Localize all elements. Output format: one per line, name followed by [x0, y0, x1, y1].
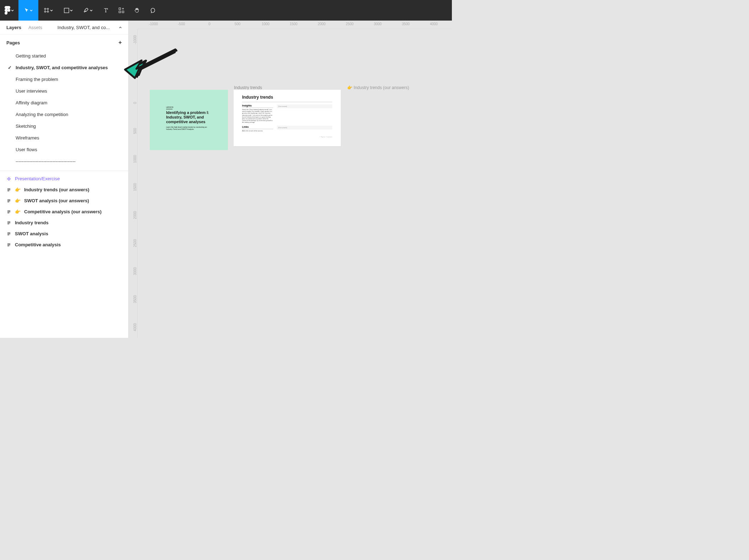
page-dropdown[interactable]: Industry, SWOT, and co...: [58, 25, 110, 30]
rectangle-tool-button[interactable]: [58, 0, 78, 21]
pointing-emoji: 👉: [15, 209, 21, 214]
links-text: Add a link to each of the sources: [242, 130, 273, 132]
layer-item-swot[interactable]: SWOT analysis: [0, 228, 128, 239]
check-icon: ✓: [6, 65, 13, 70]
comment-tool-button[interactable]: [145, 0, 160, 21]
frame-icon: [6, 232, 11, 236]
move-tool-button[interactable]: [18, 0, 38, 21]
chevron-down-icon: [90, 9, 93, 12]
hand-tool-button[interactable]: [129, 0, 145, 21]
toolbar: [0, 0, 452, 21]
insights-answer-box: [Your answer]: [277, 104, 332, 108]
layer-label: SWOT analysis: [15, 231, 48, 236]
page-item-getting-started[interactable]: Getting started: [0, 50, 128, 62]
layer-item-industry-trends[interactable]: Industry trends: [0, 217, 128, 228]
page-item-separator[interactable]: ---------------------------------------: [0, 155, 128, 167]
slide-subtitle: Learn the high-level market trends by co…: [166, 126, 214, 131]
layer-label: Competitive analysis: [15, 242, 61, 247]
layer-item-competitive[interactable]: Competitive analysis: [0, 239, 128, 250]
page-item-industry-swot[interactable]: ✓Industry, SWOT, and competitive analyse…: [0, 62, 128, 73]
page-item-wireframes[interactable]: Wireframes: [0, 132, 128, 144]
rectangle-icon: [64, 8, 69, 13]
chevron-up-icon: [119, 26, 122, 29]
layer-item-competitive-answers[interactable]: 👉 Competitive analysis (our answers): [0, 206, 128, 217]
page-item-user-flows[interactable]: User flows: [0, 144, 128, 155]
frame-tool-button[interactable]: [38, 0, 58, 21]
page-item-affinity[interactable]: Affinity diagram: [0, 97, 128, 109]
page-item-framing[interactable]: Framing the problem: [0, 73, 128, 85]
canvas[interactable]: -1000 -500 0 500 1000 1500 2000 2500 300…: [129, 21, 452, 338]
insights-header: Insights: [242, 104, 273, 108]
text-tool-button[interactable]: [98, 0, 114, 21]
svg-rect-4: [122, 11, 124, 13]
canvas-frame-title-slide[interactable]: LESSON Identifying a problem I: Industry…: [150, 90, 228, 150]
frame-label-industry-trends-answers[interactable]: 👉 Industry trends (our answers): [347, 85, 409, 90]
pen-tool-button[interactable]: [78, 0, 98, 21]
layer-list: Presentation/Exercise 👉 Industry trends …: [0, 171, 128, 252]
pages-header-label: Pages: [6, 40, 20, 45]
resources-icon: [119, 7, 124, 13]
figma-icon: [5, 6, 10, 15]
svg-rect-0: [64, 8, 69, 13]
frame-icon: [6, 221, 11, 225]
frame-icon: [6, 210, 11, 214]
pen-icon: [83, 7, 89, 13]
lesson-label: LESSON: [166, 106, 173, 109]
frame-icon: [6, 199, 11, 203]
ruler-horizontal: -1000 -500 0 500 1000 1500 2000 2500 300…: [138, 21, 452, 29]
page-list: Getting started ✓Industry, SWOT, and com…: [0, 49, 128, 171]
hand-icon: [134, 7, 140, 13]
comment-icon: [150, 7, 155, 13]
tab-assets[interactable]: Assets: [28, 25, 42, 30]
layer-label: Industry trends: [15, 220, 49, 225]
pointing-emoji: 👉: [15, 198, 21, 203]
component-icon: [6, 177, 11, 181]
text-icon: [103, 8, 108, 13]
frame-label-industry-trends[interactable]: Industry trends: [234, 85, 262, 90]
layer-label: Competitive analysis (our answers): [24, 209, 102, 214]
links-header: Links: [242, 126, 273, 129]
svg-point-1: [85, 11, 86, 11]
links-answer-box: [Your answer]: [277, 126, 332, 130]
left-panel: Layers Assets Industry, SWOT, and co... …: [0, 21, 129, 338]
frame-icon: [6, 243, 11, 247]
chevron-down-icon: [50, 9, 53, 12]
layer-item-swot-answers[interactable]: 👉 SWOT analysis (our answers): [0, 195, 128, 206]
canvas-frame-industry-trends[interactable]: Industry trends Insights Search for "[Yo…: [234, 90, 341, 146]
frame-title: Industry trends: [242, 95, 332, 102]
layer-item-industry-trends-answers[interactable]: 👉 Industry trends (our answers): [0, 184, 128, 195]
move-icon: [24, 8, 29, 13]
page-item-user-interviews[interactable]: User interviews: [0, 85, 128, 97]
page-item-sketching[interactable]: Sketching: [0, 120, 128, 132]
add-page-button[interactable]: +: [119, 39, 122, 46]
panel-tabs: Layers Assets Industry, SWOT, and co...: [0, 21, 128, 34]
ruler-corner: [129, 21, 138, 29]
layer-label: Presentation/Exercise: [15, 176, 60, 181]
pointing-emoji: 👉: [15, 187, 21, 192]
ruler-vertical: -1000 0 500 1000 1500 2000 2500 3000 350…: [129, 29, 138, 338]
tab-layers[interactable]: Layers: [6, 25, 21, 30]
insights-text: Search for "[Your Industry] industry tre…: [242, 109, 273, 123]
slide-title: Identifying a problem I: Industry, SWOT,…: [166, 110, 214, 125]
chevron-down-icon: [70, 9, 73, 12]
slide-footer: © Figma × Coursera: [242, 136, 332, 138]
chevron-down-icon: [30, 9, 33, 12]
page-dropdown-caret[interactable]: [119, 24, 122, 31]
page-item-analyzing-competition[interactable]: Analyzing the competition: [0, 109, 128, 120]
figma-menu-button[interactable]: [0, 0, 18, 21]
resources-tool-button[interactable]: [114, 0, 129, 21]
frame-icon: [6, 188, 11, 192]
frame-icon: [44, 7, 49, 13]
svg-rect-3: [119, 11, 121, 13]
layer-label: Industry trends (our answers): [24, 187, 89, 192]
pages-header: Pages +: [0, 34, 128, 49]
layer-item-presentation-exercise[interactable]: Presentation/Exercise: [0, 173, 128, 184]
chevron-down-icon: [11, 9, 14, 12]
svg-rect-2: [119, 8, 121, 10]
layer-label: SWOT analysis (our answers): [24, 198, 89, 203]
